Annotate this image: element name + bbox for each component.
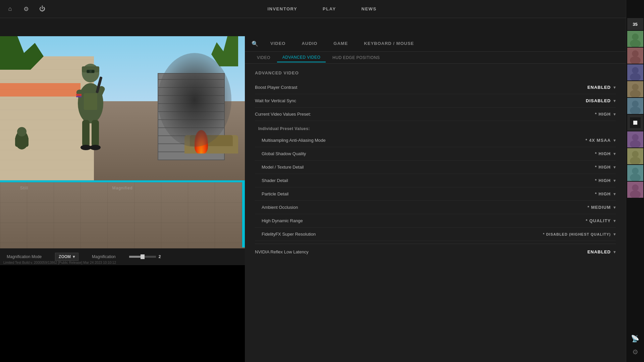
mag-mode-dropdown[interactable]: ZOOM ▾ xyxy=(55,253,78,261)
tab-audio[interactable]: AUDIO xyxy=(295,38,324,49)
second-soldier xyxy=(10,127,34,154)
avatar-5[interactable] xyxy=(627,98,643,114)
chevron-down-icon: ▾ xyxy=(613,192,616,196)
avatar-3[interactable] xyxy=(627,64,643,80)
video-preset-label: Current Video Values Preset: xyxy=(255,112,311,117)
nvidia-reflex-row: NVIDIA Reflex Low Latency ENABLED ▾ xyxy=(255,244,616,258)
game-preview-top xyxy=(0,36,245,180)
avatar-10[interactable] xyxy=(627,182,643,198)
sidebar-radio-icon[interactable]: 📡 xyxy=(631,334,640,343)
hdr-value[interactable]: * QUALITY ▾ xyxy=(586,218,616,223)
tab-game[interactable]: GAME xyxy=(327,38,355,49)
bottom-controls: Magnification Mode ZOOM ▾ Magnification … xyxy=(0,248,245,265)
chevron-down-icon: ▾ xyxy=(73,254,75,259)
svg-point-38 xyxy=(80,145,91,150)
chevron-down-icon: ▾ xyxy=(613,99,616,103)
svg-point-7 xyxy=(632,67,639,74)
ambient-occlusion-value[interactable]: * MEDIUM ▾ xyxy=(588,205,616,210)
msaa-row: Multisampling Anti-Aliasing Mode * 4X MS… xyxy=(255,134,616,147)
svg-rect-37 xyxy=(92,120,99,147)
tab-keyboard-mouse[interactable]: KEYBOARD / MOUSE xyxy=(357,38,421,49)
game-preview-bottom: Still Magnified xyxy=(0,181,245,248)
home-button[interactable]: ⌂ xyxy=(5,4,15,14)
avatar-4[interactable] xyxy=(627,81,643,97)
fsr-row: FidelityFX Super Resolution * DISABLED (… xyxy=(255,228,616,241)
svg-rect-17 xyxy=(633,121,637,125)
avatar-2[interactable] xyxy=(627,48,643,64)
player-count-badge: 35 xyxy=(627,18,643,30)
chevron-down-icon: ▾ xyxy=(613,219,616,223)
nvidia-reflex-value[interactable]: ENABLED ▾ xyxy=(587,249,616,254)
particle-detail-value[interactable]: * HIGH ▾ xyxy=(595,191,616,196)
tab-video[interactable]: VIDEO xyxy=(264,38,292,49)
power-button[interactable]: ⏻ xyxy=(38,4,47,14)
msaa-value[interactable]: * 4X MSAA ▾ xyxy=(586,138,616,143)
magnification-label: Magnification xyxy=(92,254,116,259)
avatar-9[interactable] xyxy=(627,165,643,181)
settings-tabs-outer: 🔍 VIDEO AUDIO GAME KEYBOARD / MOUSE xyxy=(245,36,626,52)
svg-rect-36 xyxy=(82,120,90,147)
svg-point-10 xyxy=(632,84,639,90)
hdr-label: High Dynamic Range xyxy=(262,218,303,223)
avatar-6[interactable] xyxy=(627,115,643,131)
svg-rect-40 xyxy=(84,93,97,110)
ground-tiles xyxy=(0,182,245,248)
subtab-video[interactable]: VIDEO xyxy=(252,53,276,62)
svg-point-42 xyxy=(87,70,90,73)
settings-scrollable[interactable]: Advanced Video Boost Player Contrast ENA… xyxy=(245,64,626,357)
build-info: Limited Test Build v. 2000059/13862 [Pub… xyxy=(3,261,116,264)
still-label: Still xyxy=(20,186,28,190)
svg-point-13 xyxy=(632,101,639,107)
vsync-value[interactable]: DISABLED ▾ xyxy=(586,98,616,103)
preset-subsection-title: Individual Preset Values: xyxy=(255,126,616,131)
nav-inventory[interactable]: INVENTORY xyxy=(265,5,300,13)
magnification-slider-thumb[interactable] xyxy=(141,254,145,259)
boost-player-contrast-value[interactable]: ENABLED ▾ xyxy=(587,85,616,90)
avatar-8[interactable] xyxy=(627,148,643,164)
chevron-down-icon: ▾ xyxy=(613,205,616,210)
vsync-label: Wait for Vertical Sync xyxy=(255,98,296,103)
svg-point-25 xyxy=(632,168,639,174)
particle-detail-row: Particle Detail * HIGH ▾ xyxy=(255,187,616,201)
sidebar-gear-icon[interactable]: ⚙ xyxy=(631,347,640,357)
boost-player-contrast-label: Boost Player Contrast xyxy=(255,85,297,90)
ambient-occlusion-row: Ambient Occlusion * MEDIUM ▾ xyxy=(255,201,616,214)
svg-point-1 xyxy=(632,34,639,40)
texture-detail-value[interactable]: * HIGH ▾ xyxy=(595,165,616,170)
sidebar-bottom: 📡 ⚙ xyxy=(631,334,640,357)
svg-point-28 xyxy=(632,184,639,191)
avatar-1[interactable] xyxy=(627,31,643,47)
svg-rect-45 xyxy=(76,94,82,95)
shader-detail-row: Shader Detail * HIGH ▾ xyxy=(255,174,616,187)
settings-button[interactable]: ⚙ xyxy=(21,4,31,14)
subtab-advanced-video[interactable]: ADVANCED VIDEO xyxy=(277,53,326,62)
shader-detail-value[interactable]: * HIGH ▾ xyxy=(595,178,616,183)
nvidia-reflex-label: NVIDIA Reflex Low Latency xyxy=(255,249,309,254)
fsr-value[interactable]: * DISABLED (HIGHEST QUALITY) ▾ xyxy=(543,232,616,237)
svg-point-39 xyxy=(90,145,101,150)
chevron-down-icon: ▾ xyxy=(613,232,616,237)
svg-rect-46 xyxy=(76,96,82,97)
top-nav: INVENTORY PLAY NEWS xyxy=(265,5,379,13)
magnification-control: 2 xyxy=(129,254,161,259)
ambient-occlusion-label: Ambient Occlusion xyxy=(262,205,298,210)
magnified-label: Magnified xyxy=(112,186,132,190)
search-button[interactable]: 🔍 xyxy=(252,41,258,47)
boost-player-contrast-row: Boost Player Contrast ENABLED ▾ xyxy=(255,81,616,94)
chevron-down-icon: ▾ xyxy=(613,250,616,254)
shadow-quality-value[interactable]: * HIGH ▾ xyxy=(595,151,616,156)
nav-news[interactable]: NEWS xyxy=(359,5,379,13)
nav-play[interactable]: PLAY xyxy=(320,5,338,13)
avatar-7[interactable] xyxy=(627,131,643,147)
subtab-hud[interactable]: HUD EDGE POSITIONS xyxy=(327,53,385,62)
chevron-down-icon: ▾ xyxy=(613,85,616,90)
magnification-slider-track[interactable] xyxy=(129,256,156,258)
chevron-down-icon: ▾ xyxy=(613,138,616,143)
sub-tabs: VIDEO ADVANCED VIDEO HUD EDGE POSITIONS xyxy=(245,52,626,64)
settings-panel: 🔍 VIDEO AUDIO GAME KEYBOARD / MOUSE VIDE… xyxy=(245,36,626,362)
top-bar: ⌂ ⚙ ⏻ INVENTORY PLAY NEWS 👤 xyxy=(0,0,644,18)
video-preset-value[interactable]: * HIGH ▾ xyxy=(595,112,616,117)
vsync-row: Wait for Vertical Sync DISABLED ▾ xyxy=(255,94,616,108)
hdr-row: High Dynamic Range * QUALITY ▾ xyxy=(255,214,616,228)
tile-grid xyxy=(0,182,245,248)
